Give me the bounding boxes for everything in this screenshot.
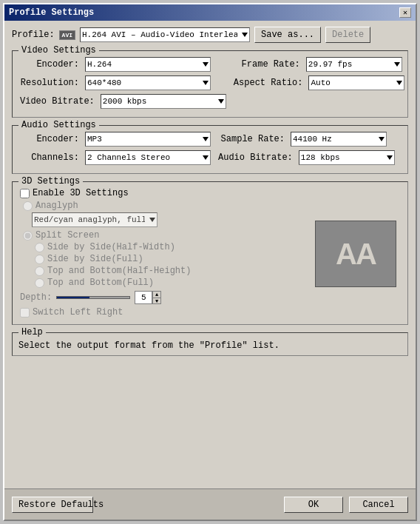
anaglyph-row: Anaglyph: [20, 201, 305, 211]
sample-rate-label: Sample Rate:: [218, 134, 285, 144]
ok-button[interactable]: OK: [284, 497, 343, 513]
anaglyph-options: Red/cyan anaglyph, full color: [20, 212, 305, 227]
encoder-row: Encoder: H.264: [20, 57, 226, 72]
audio-bitrate-select[interactable]: 128 kbps: [299, 150, 395, 165]
dialog-title: Profile Settings: [9, 7, 94, 18]
bottom-bar: Restore Defaults OK Cancel: [4, 488, 416, 520]
help-group: Help Select the output format from the "…: [12, 332, 408, 356]
dialog: Profile Settings ✕ Profile: AVI H.264 AV…: [3, 3, 417, 521]
video-bitrate-row: Video Bitrate: 2000 kbps: [20, 94, 226, 109]
video-settings-cols: Encoder: H.264 Resolution: 640*480 Video…: [20, 57, 400, 112]
3d-preview-area: AA: [311, 188, 400, 320]
enable-3d-label[interactable]: Enable 3D Settings: [33, 188, 129, 198]
enable-3d-row: Enable 3D Settings: [20, 188, 305, 198]
resolution-label: Resolution:: [20, 78, 79, 88]
side-by-side-half-label: Side by Side(Half-Width): [47, 242, 175, 252]
aa-preview: AA: [315, 221, 396, 287]
video-right-col: Frame Rate: 29.97 fps Aspect Ratio: Auto: [234, 57, 405, 112]
aspect-ratio-row: Aspect Ratio: Auto: [234, 75, 405, 90]
side-by-side-half-row: Side by Side(Half-Width): [32, 242, 305, 252]
top-bottom-full-label: Top and Bottom(Full): [47, 278, 154, 288]
top-bottom-half-label: Top and Bottom(Half-Height): [47, 266, 191, 276]
top-bottom-full-row: Top and Bottom(Full): [32, 278, 305, 288]
anaglyph-radio[interactable]: [23, 201, 33, 211]
audio-bitrate-label: Audio Bitrate:: [218, 152, 293, 163]
top-bottom-full-radio[interactable]: [35, 278, 44, 288]
side-by-side-full-label: Side by Side(Full): [47, 254, 143, 264]
audio-left-col: Encoder: MP3 Channels: 2 Channels Stereo: [20, 132, 211, 169]
anaglyph-select[interactable]: Red/cyan anaglyph, full color: [32, 212, 158, 227]
profile-select[interactable]: H.264 AVI – Audio-Video Interleaved (*.a…: [80, 27, 250, 42]
frame-rate-select[interactable]: 29.97 fps: [306, 57, 402, 72]
encoder-label: Encoder:: [20, 59, 79, 70]
video-bitrate-select[interactable]: 2000 kbps: [101, 94, 226, 109]
frame-rate-row: Frame Rate: 29.97 fps: [234, 57, 405, 72]
cancel-button[interactable]: Cancel: [349, 497, 408, 513]
frame-rate-label: Frame Rate:: [234, 59, 300, 70]
split-screen-radio[interactable]: [23, 231, 33, 241]
split-screen-label[interactable]: Split Screen: [35, 230, 99, 241]
title-bar: Profile Settings ✕: [4, 4, 416, 21]
depth-input[interactable]: [135, 291, 152, 304]
depth-up-arrow[interactable]: ▲: [152, 291, 161, 298]
aa-preview-text: AA: [336, 238, 376, 271]
channels-row: Channels: 2 Channels Stereo: [20, 150, 211, 165]
resolution-row: Resolution: 640*480: [20, 75, 226, 90]
aspect-ratio-select[interactable]: Auto: [308, 75, 404, 90]
enable-3d-checkbox[interactable]: [20, 189, 30, 198]
content-area: Profile: AVI H.264 AVI – Audio-Video Int…: [4, 21, 416, 488]
channels-select[interactable]: 2 Channels Stereo: [85, 150, 211, 165]
depth-slider-fill: [57, 297, 89, 298]
side-by-side-half-radio[interactable]: [35, 243, 44, 252]
delete-button[interactable]: Delete: [325, 27, 370, 43]
switch-lr-row: Switch Left Right: [20, 307, 305, 318]
top-bottom-half-row: Top and Bottom(Half-Height): [32, 266, 305, 276]
save-as-button[interactable]: Save as...: [254, 27, 321, 43]
encoder-select[interactable]: H.264: [85, 57, 211, 72]
audio-encoder-select[interactable]: MP3: [85, 132, 211, 147]
depth-label: Depth:: [20, 292, 52, 303]
depth-row: Depth: ▲ ▼: [20, 291, 305, 304]
audio-bitrate-row: Audio Bitrate: 128 kbps: [218, 150, 400, 165]
profile-icon: AVI: [59, 30, 75, 40]
depth-slider[interactable]: [56, 296, 130, 299]
top-bottom-half-radio[interactable]: [35, 266, 44, 276]
audio-right-col: Sample Rate: 44100 Hz Audio Bitrate: 128…: [218, 132, 400, 169]
help-label: Help: [18, 327, 46, 337]
audio-encoder-row: Encoder: MP3: [20, 132, 211, 147]
side-by-side-full-row: Side by Side(Full): [32, 254, 305, 264]
depth-arrows: ▲ ▼: [152, 291, 161, 304]
close-button[interactable]: ✕: [399, 7, 411, 18]
split-screen-row: Split Screen: [20, 230, 305, 241]
video-settings-label: Video Settings: [18, 45, 99, 56]
profile-label: Profile:: [12, 30, 55, 40]
aspect-ratio-label: Aspect Ratio:: [234, 78, 303, 88]
bottom-left: Restore Defaults: [12, 497, 284, 513]
3d-settings-label: 3D Settings: [18, 176, 83, 187]
audio-encoder-label: Encoder:: [20, 134, 79, 144]
audio-settings-cols: Encoder: MP3 Channels: 2 Channels Stereo: [20, 132, 400, 169]
restore-defaults-button[interactable]: Restore Defaults: [12, 497, 93, 513]
split-screen-options: Side by Side(Half-Width) Side by Side(Fu…: [20, 242, 305, 288]
3d-settings-left: Enable 3D Settings Anaglyph Red/cyan ana…: [20, 188, 305, 320]
video-settings-group: Video Settings Encoder: H.264 Resolution…: [12, 50, 408, 118]
switch-lr-checkbox[interactable]: [20, 308, 30, 318]
3d-settings-group: 3D Settings Enable 3D Settings Anaglyph: [12, 181, 408, 325]
bottom-right: OK Cancel: [284, 497, 408, 513]
sample-rate-row: Sample Rate: 44100 Hz: [218, 132, 400, 147]
audio-settings-label: Audio Settings: [18, 120, 99, 130]
sample-rate-select[interactable]: 44100 Hz: [291, 132, 387, 147]
depth-down-arrow[interactable]: ▼: [152, 298, 161, 304]
switch-lr-label: Switch Left Right: [33, 307, 123, 318]
side-by-side-full-radio[interactable]: [35, 255, 44, 264]
video-bitrate-label: Video Bitrate:: [20, 96, 95, 107]
channels-label: Channels:: [20, 152, 79, 163]
anaglyph-label[interactable]: Anaglyph: [35, 201, 78, 211]
resolution-select[interactable]: 640*480: [85, 75, 211, 90]
depth-spinbox: ▲ ▼: [135, 291, 161, 304]
audio-settings-group: Audio Settings Encoder: MP3 Channels: 2 …: [12, 125, 408, 174]
profile-row: Profile: AVI H.264 AVI – Audio-Video Int…: [12, 27, 408, 43]
video-left-col: Encoder: H.264 Resolution: 640*480 Video…: [20, 57, 226, 112]
help-text: Select the output format from the "Profi…: [18, 340, 402, 351]
3d-settings-content: Enable 3D Settings Anaglyph Red/cyan ana…: [20, 188, 400, 320]
